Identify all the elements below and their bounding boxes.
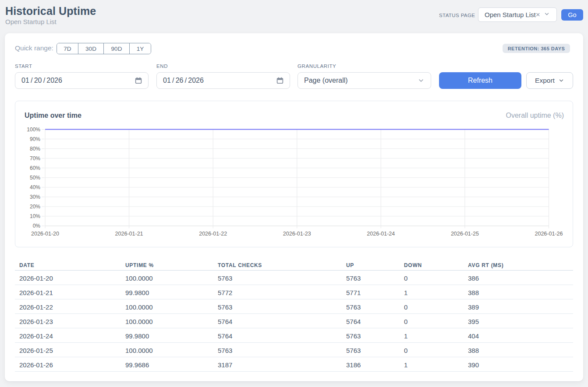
svg-text:70%: 70% [30,155,40,162]
svg-text:30%: 30% [30,194,40,200]
svg-text:40%: 40% [30,184,40,190]
svg-text:2026-01-25: 2026-01-25 [451,231,479,237]
svg-text:2026-01-24: 2026-01-24 [367,231,395,237]
svg-text:2026-01-21: 2026-01-21 [115,231,143,237]
svg-text:2026-01-23: 2026-01-23 [283,231,311,237]
svg-text:100%: 100% [27,127,40,133]
svg-text:80%: 80% [30,146,40,152]
svg-text:2026-01-26: 2026-01-26 [535,231,563,237]
svg-text:90%: 90% [30,136,40,142]
svg-text:50%: 50% [30,175,40,181]
svg-text:2026-01-20: 2026-01-20 [31,231,59,237]
svg-text:20%: 20% [30,204,40,210]
svg-text:0%: 0% [33,223,41,229]
svg-text:10%: 10% [30,213,40,219]
svg-text:2026-01-22: 2026-01-22 [199,231,227,237]
svg-text:60%: 60% [30,165,40,171]
